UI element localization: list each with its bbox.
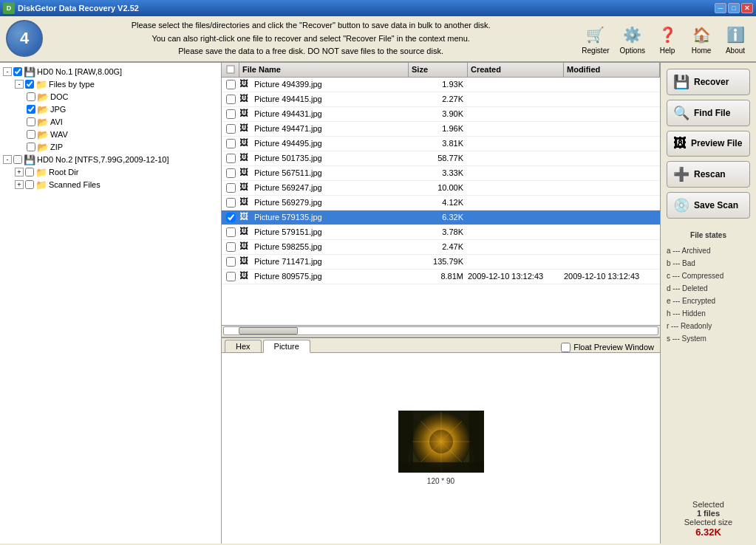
checkbox-hdd1[interactable]: [13, 67, 22, 76]
file-row[interactable]: 🖼 Picture 567511.jpg 3.33K: [222, 166, 660, 181]
col-header-created[interactable]: Created: [468, 63, 564, 77]
tree-item-avi[interactable]: 📂 AVI: [3, 116, 218, 128]
file-row[interactable]: 🖼 Picture 598255.jpg 2.47K: [222, 240, 660, 255]
row-checkbox-8[interactable]: [222, 198, 239, 208]
row-checkbox-1[interactable]: [222, 95, 239, 104]
folder-icon-zip: 📂: [37, 142, 49, 153]
row-checkbox-6[interactable]: [222, 168, 239, 178]
rescan-button[interactable]: ➕ Rescan: [667, 161, 750, 188]
expander-root-dir[interactable]: +: [15, 168, 24, 176]
file-row[interactable]: 🖼 Picture 494415.jpg 2.27K: [222, 92, 660, 107]
hscroll-track[interactable]: [223, 326, 658, 335]
float-preview-checkbox[interactable]: [561, 343, 571, 352]
file-row[interactable]: 🖼 Picture 579151.jpg 3.78K: [222, 225, 660, 240]
tree-item-zip[interactable]: 📂 ZIP: [3, 141, 218, 154]
col-header-size[interactable]: Size: [409, 63, 468, 77]
row-checkbox-11[interactable]: [222, 242, 239, 252]
file-row[interactable]: 🖼 Picture 494471.jpg 1.96K: [222, 122, 660, 137]
row-checkbox-7[interactable]: [222, 183, 239, 193]
file-row[interactable]: 🖼 Picture 501735.jpg 58.77K: [222, 151, 660, 166]
register-button[interactable]: 🛒 Register: [579, 21, 612, 56]
file-row[interactable]: 🖼 Picture 569279.jpg 4.12K: [222, 196, 660, 210]
file-list-header: File Name Size Created Modified: [222, 63, 660, 78]
row-checkbox-5[interactable]: [222, 154, 239, 163]
file-row[interactable]: 🖼 Picture 711471.jpg 135.79K: [222, 255, 660, 270]
toolbar-instructions: Please select the files/directories and …: [55, 19, 567, 58]
file-row[interactable]: 🖼 Picture 494399.jpg 1.93K: [222, 78, 660, 92]
state-encrypted: e --- Encrypted: [667, 295, 750, 307]
file-size-0: 1.93K: [409, 80, 468, 89]
row-checkbox-9[interactable]: [222, 213, 239, 222]
file-name-6: Picture 567511.jpg: [253, 168, 409, 177]
recover-button[interactable]: 💾 Recover: [667, 69, 750, 95]
checkbox-zip[interactable]: [27, 143, 35, 151]
preview-area: Hex Picture Float Preview Window: [222, 337, 660, 544]
file-size-2: 3.90K: [409, 109, 468, 118]
checkbox-root-dir[interactable]: [25, 168, 34, 176]
tree-item-doc[interactable]: 📂 DOC: [3, 91, 218, 103]
selected-count: 1 files: [667, 509, 750, 518]
row-checkbox-0[interactable]: [222, 80, 239, 89]
find-file-button[interactable]: 🔍 Find File: [667, 100, 750, 126]
file-icon-12: 🖼: [239, 256, 251, 267]
checkbox-files-by-type[interactable]: [25, 80, 34, 89]
checkbox-wav[interactable]: [27, 130, 35, 139]
home-icon: 🏠: [689, 23, 713, 47]
expander-hdd2[interactable]: -: [3, 155, 12, 164]
tree-item-wav[interactable]: 📂 WAV: [3, 128, 218, 141]
file-created-13: 2009-12-10 13:12:43: [468, 272, 564, 281]
home-button[interactable]: 🏠 Home: [687, 21, 716, 56]
file-row[interactable]: 🖼 Picture 809575.jpg 8.81M 2009-12-10 13…: [222, 270, 660, 284]
row-checkbox-4[interactable]: [222, 139, 239, 148]
checkbox-scanned-files[interactable]: [25, 180, 34, 189]
recover-icon: 💾: [673, 74, 689, 90]
tree-item-files-by-type[interactable]: - 📁 Files by type: [3, 78, 218, 91]
state-readonly: r --- Readonly: [667, 320, 750, 332]
file-row[interactable]: 🖼 Picture 579135.jpg 6.32K: [222, 210, 660, 225]
row-checkbox-10[interactable]: [222, 227, 239, 237]
help-button[interactable]: ❓ Help: [653, 21, 682, 56]
expander-files-by-type[interactable]: -: [15, 80, 24, 89]
file-row[interactable]: 🖼 Picture 569247.jpg 10.00K: [222, 181, 660, 196]
tree-label-files-by-type: Files by type: [49, 80, 95, 89]
row-checkbox-3[interactable]: [222, 124, 239, 134]
close-button[interactable]: ✕: [741, 3, 753, 13]
options-icon: ⚙️: [621, 23, 644, 47]
file-name-12: Picture 711471.jpg: [253, 257, 409, 266]
file-states-panel: File states a --- Archived b --- Bad c -…: [667, 229, 750, 345]
tree-item-root-dir[interactable]: + 📁 Root Dir: [3, 166, 218, 179]
file-size-1: 2.27K: [409, 95, 468, 103]
row-checkbox-12[interactable]: [222, 257, 239, 267]
svg-rect-0: [227, 66, 234, 73]
expander-scanned[interactable]: +: [15, 180, 24, 189]
row-checkbox-13[interactable]: [222, 272, 239, 281]
col-header-modified[interactable]: Modified: [564, 63, 660, 77]
row-checkbox-2[interactable]: [222, 109, 239, 119]
about-button[interactable]: ℹ️ About: [721, 21, 750, 56]
tree-item-jpg[interactable]: 📂 JPG: [3, 103, 218, 116]
checkbox-jpg[interactable]: [27, 105, 35, 114]
checkbox-hdd2[interactable]: [13, 155, 22, 164]
checkbox-doc[interactable]: [27, 92, 35, 101]
expander-hdd1[interactable]: -: [3, 67, 12, 76]
tab-picture[interactable]: Picture: [263, 340, 310, 353]
checkbox-avi[interactable]: [27, 117, 35, 126]
horizontal-scrollbar[interactable]: [222, 325, 660, 337]
minimize-button[interactable]: ─: [715, 3, 726, 13]
tab-hex[interactable]: Hex: [225, 340, 262, 352]
file-row[interactable]: 🖼 Picture 494495.jpg 3.81K: [222, 137, 660, 151]
save-scan-button[interactable]: 💿 Save Scan: [667, 192, 750, 219]
file-row[interactable]: 🖼 Picture 494431.jpg 3.90K: [222, 107, 660, 122]
preview-file-button[interactable]: 🖼 Preview File: [667, 131, 750, 157]
tree-item-hdd2[interactable]: - 💾 HD0 No.2 [NTFS,7.99G,2009-12-10]: [3, 154, 218, 166]
tree-item-scanned-files[interactable]: + 📁 Scanned Files: [3, 179, 218, 191]
window-title: DiskGetor Data Recovery V2.52: [18, 4, 715, 13]
maximize-button[interactable]: □: [728, 3, 740, 13]
tree-label-hdd1: HD0 No.1 [RAW,8.00G]: [37, 67, 122, 76]
file-size-12: 135.79K: [409, 257, 468, 266]
col-header-name[interactable]: File Name: [239, 63, 409, 77]
tree-item-hdd1[interactable]: - 💾 HD0 No.1 [RAW,8.00G]: [3, 66, 218, 78]
hscroll-thumb[interactable]: [239, 327, 298, 335]
options-button[interactable]: ⚙️ Options: [617, 21, 648, 56]
tree-label-wav: WAV: [50, 130, 68, 139]
